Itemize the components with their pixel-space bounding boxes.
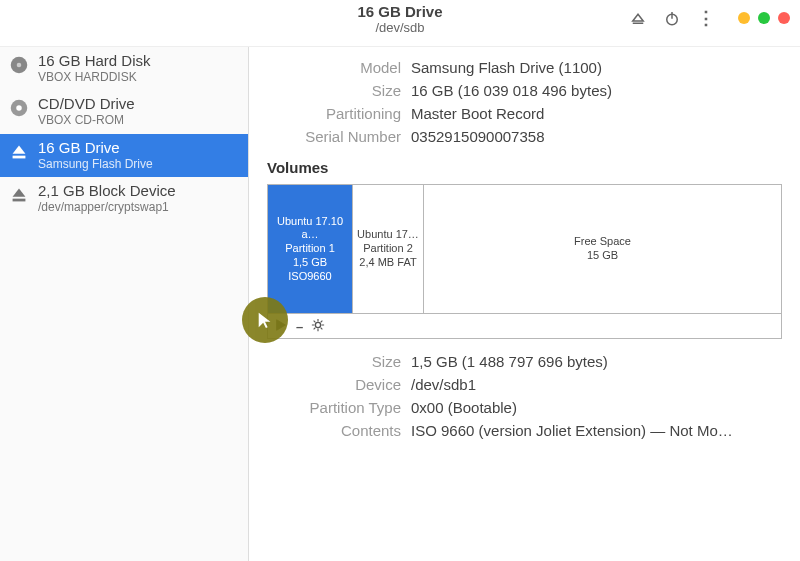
sidebar-item-subtitle: /dev/mapper/cryptswap1 [38,200,176,214]
svg-point-5 [16,106,22,112]
label-ptype: Partition Type [267,399,401,416]
volume-meta: Partition 1 [285,242,335,256]
power-off-icon[interactable] [662,8,682,28]
partition-properties: Size 1,5 GB (1 488 797 696 bytes) Device… [267,353,782,439]
remove-minus-icon[interactable]: – [296,319,303,334]
volume-toolbar: – [268,313,781,338]
sidebar-item[interactable]: 16 GB DriveSamsung Flash Drive [0,134,248,177]
sidebar-item-title: 16 GB Hard Disk [38,52,151,70]
sidebar-item[interactable]: CD/DVD DriveVBOX CD-ROM [0,90,248,133]
volumes-box: Ubuntu 17.10 a…Partition 11,5 GB ISO9660… [267,184,782,339]
optical-icon [8,97,30,119]
value-psize: 1,5 GB (1 488 797 696 bytes) [411,353,782,370]
svg-rect-7 [13,199,26,202]
label-part: Partitioning [267,105,401,122]
label-pcontents: Contents [267,422,401,439]
eject-drive-icon[interactable] [628,8,648,28]
sidebar-item-title: 16 GB Drive [38,139,153,157]
volumes-heading: Volumes [267,159,782,176]
value-serial: 0352915090007358 [411,128,782,145]
svg-point-9 [316,322,321,327]
label-size: Size [267,82,401,99]
maximize-button[interactable] [758,12,770,24]
drive-properties: Model Samsung Flash Drive (1100) Size 16… [267,59,782,145]
value-model: Samsung Flash Drive (1100) [411,59,782,76]
volume-meta: 2,4 MB FAT [359,256,416,270]
volume-meta: Partition 2 [363,242,413,256]
sidebar-item-subtitle: VBOX CD-ROM [38,113,135,127]
value-pdevice: /dev/sdb1 [411,376,782,393]
minimize-button[interactable] [738,12,750,24]
disk-icon [8,54,30,76]
svg-point-3 [17,63,22,68]
svg-rect-6 [13,155,26,158]
sidebar-item-subtitle: VBOX HARDDISK [38,70,151,84]
titlebar: 16 GB Drive /dev/sdb ⋮ [0,0,800,47]
volume-options-gear-icon[interactable] [311,318,325,335]
volume-cell[interactable]: Ubuntu 17…Partition 22,4 MB FAT [353,185,424,313]
kebab-menu-icon[interactable]: ⋮ [696,8,716,28]
main-panel: Model Samsung Flash Drive (1100) Size 16… [249,47,800,561]
volume-label: Ubuntu 17… [357,228,419,242]
mount-play-icon[interactable] [274,318,288,335]
eject-icon [8,141,30,163]
volume-cell[interactable]: Ubuntu 17.10 a…Partition 11,5 GB ISO9660 [268,185,353,313]
close-button[interactable] [778,12,790,24]
eject-icon [8,184,30,206]
sidebar-item[interactable]: 16 GB Hard DiskVBOX HARDDISK [0,47,248,90]
label-serial: Serial Number [267,128,401,145]
volume-meta: 15 GB [587,249,618,263]
label-pdevice: Device [267,376,401,393]
volumes-layout: Ubuntu 17.10 a…Partition 11,5 GB ISO9660… [268,185,781,313]
sidebar-item-subtitle: Samsung Flash Drive [38,157,153,171]
value-pcontents: ISO 9660 (version Joliet Extension) — No… [411,422,782,439]
volume-meta: 1,5 GB ISO9660 [270,256,350,284]
sidebar: 16 GB Hard DiskVBOX HARDDISKCD/DVD Drive… [0,47,249,561]
window-controls [738,12,790,24]
svg-marker-8 [277,319,286,330]
value-part: Master Boot Record [411,105,782,122]
label-psize: Size [267,353,401,370]
volume-cell[interactable]: Free Space15 GB [424,185,781,313]
volume-label: Ubuntu 17.10 a… [270,215,350,243]
volume-label: Free Space [574,235,631,249]
value-ptype: 0x00 (Bootable) [411,399,782,416]
value-size: 16 GB (16 039 018 496 bytes) [411,82,782,99]
label-model: Model [267,59,401,76]
sidebar-item-title: 2,1 GB Block Device [38,182,176,200]
sidebar-item[interactable]: 2,1 GB Block Device/dev/mapper/cryptswap… [0,177,248,220]
sidebar-item-title: CD/DVD Drive [38,95,135,113]
